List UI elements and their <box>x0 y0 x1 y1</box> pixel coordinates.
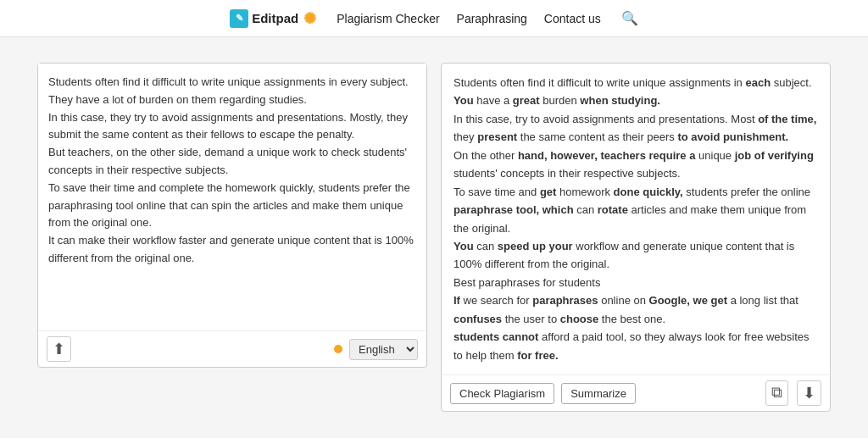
check-plagiarism-button[interactable]: Check Plagiarism <box>450 383 554 404</box>
nav-contact[interactable]: Contact us <box>544 12 601 25</box>
header: ✎ Editpad ✺ Plagiarism Checker Paraphras… <box>0 0 868 37</box>
right-panel-footer: Check Plagiarism Summarize ⧉ ⬇ <box>442 374 830 411</box>
dot-indicator <box>334 345 342 353</box>
copy-icon[interactable]: ⧉ <box>765 380 788 406</box>
left-panel-footer: ⬆ English Spanish French German Italian <box>38 330 426 367</box>
summarize-button[interactable]: Summarize <box>561 383 636 404</box>
nav-plagiarism[interactable]: Plagiarism Checker <box>337 12 439 25</box>
logo: ✎ Editpad ✺ <box>230 9 316 28</box>
input-textarea[interactable]: Students often find it difficult to writ… <box>38 64 426 330</box>
left-panel: Students often find it difficult to writ… <box>37 63 427 368</box>
download-icon[interactable]: ⬇ <box>797 380 821 406</box>
logo-text: Editpad <box>252 11 298 25</box>
navigation: Plagiarism Checker Paraphrasing Contact … <box>337 12 601 25</box>
sun-icon: ✺ <box>303 9 316 28</box>
paraphrase-section: Paraphrase It <box>0 429 868 438</box>
search-icon[interactable]: 🔍 <box>621 10 638 26</box>
right-panel: Students often find it difficult to writ… <box>441 63 831 412</box>
language-select[interactable]: English Spanish French German Italian <box>349 339 418 360</box>
nav-paraphrasing[interactable]: Paraphrasing <box>457 12 527 25</box>
output-content: Students often find it difficult to writ… <box>442 64 830 374</box>
utility-icons: ⧉ ⬇ <box>765 380 821 406</box>
action-buttons: Check Plagiarism Summarize <box>450 383 636 404</box>
upload-icon[interactable]: ⬆ <box>47 336 71 362</box>
logo-icon: ✎ <box>230 9 248 28</box>
main-content: Students often find it difficult to writ… <box>0 37 868 429</box>
